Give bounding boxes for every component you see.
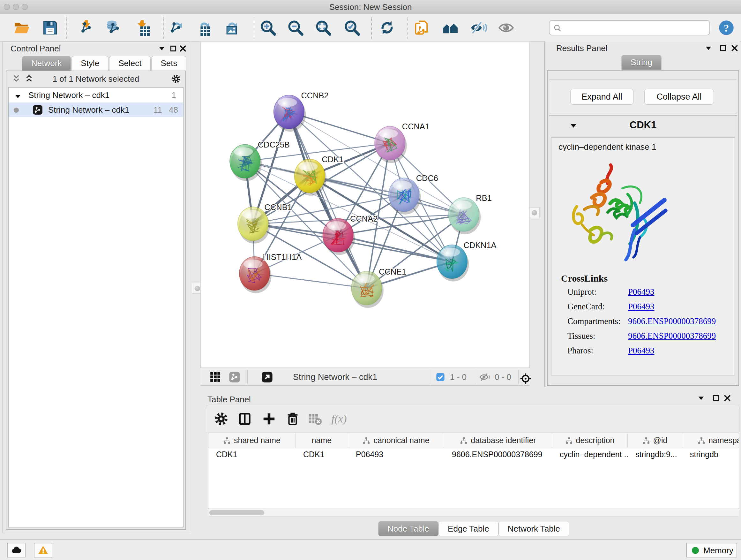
column-header--id[interactable]: @id [628, 433, 682, 448]
tab-string[interactable]: String [621, 55, 662, 70]
tab-sets[interactable]: Sets [151, 56, 186, 71]
column-header-description[interactable]: description [552, 433, 628, 448]
scrollbar-thumb[interactable] [209, 510, 264, 515]
zoom-fit-content-button[interactable] [315, 19, 332, 36]
crosslink-value-link[interactable]: 9606.ENSP00000378699 [628, 331, 716, 341]
crosslink-value-link[interactable]: 9606.ENSP00000378699 [628, 316, 716, 326]
network-node-CCNA2[interactable]: CCNA2 [323, 214, 378, 255]
table-cell[interactable]: stringdb [682, 448, 739, 461]
zoom-selected-button[interactable] [344, 19, 360, 36]
search-input[interactable] [565, 22, 705, 34]
zoom-in-button[interactable] [260, 19, 276, 36]
svg-text:f(x): f(x) [332, 413, 347, 425]
table-options-gear-icon[interactable] [214, 412, 228, 426]
detach-view-icon[interactable] [261, 371, 273, 383]
table-cell[interactable]: 9606.ENSP00000378699 [444, 448, 552, 461]
selected-checkbox-icon[interactable] [435, 372, 446, 382]
add-column-icon[interactable] [262, 412, 276, 426]
control-panel-close-icon[interactable] [179, 44, 187, 53]
column-header-label: canonical name [374, 436, 429, 445]
table-panel-close-icon[interactable] [723, 394, 731, 402]
column-header-canonical-name[interactable]: canonical name [348, 433, 444, 448]
column-header-namespace[interactable]: namespace [682, 433, 739, 448]
table-cell[interactable]: CDK1 [208, 448, 295, 461]
tab-network[interactable]: Network [22, 56, 71, 71]
network-options-gear-icon[interactable] [172, 74, 181, 84]
network-node-RB1[interactable]: RB1 [448, 193, 491, 234]
control-panel: Control Panel NetworkStyleSelectSets 1 o… [3, 42, 189, 533]
table-panel-float-icon[interactable] [712, 394, 720, 402]
results-panel-close-icon[interactable] [731, 44, 739, 52]
protein-header[interactable]: CDK1 [549, 116, 737, 137]
warning-status-button[interactable] [34, 543, 52, 557]
save-session-button[interactable] [42, 19, 58, 36]
import-table-button[interactable] [134, 19, 151, 36]
delete-table-icon[interactable] [308, 412, 322, 426]
import-network-button[interactable] [78, 19, 95, 36]
birds-eye-view-icon[interactable] [520, 373, 532, 385]
table-cell[interactable]: cyclin–dependent ... [552, 448, 628, 461]
cloud-status-button[interactable] [7, 543, 25, 557]
network-node-HIST1H1A[interactable]: HIST1H1A [239, 253, 301, 294]
network-badge-icon[interactable] [228, 371, 241, 383]
show-panels-button[interactable] [498, 19, 515, 36]
results-panel-float-icon[interactable] [719, 44, 727, 52]
crosslink-value-link[interactable]: P06493 [628, 302, 655, 312]
network-node-CCNE1[interactable]: CCNE1 [351, 267, 406, 308]
results-panel-menu-icon[interactable] [704, 44, 713, 52]
column-header-database-identifier[interactable]: database identifier [444, 433, 552, 448]
network-node-CCNB1[interactable]: CCNB1 [238, 203, 292, 244]
crosslink-value-link[interactable]: P06493 [628, 346, 655, 356]
column-header-shared-name[interactable]: shared name [208, 433, 295, 448]
control-panel-float-icon[interactable] [169, 44, 178, 53]
network-canvas[interactable]: CCNB2CCNA1CDC25BCDK1CDC6RB1CCNB1CCNA2CDK… [200, 42, 530, 368]
zoom-out-button[interactable] [287, 19, 304, 36]
hidden-eye-icon[interactable] [479, 371, 491, 383]
table-cell[interactable]: CDK1 [295, 448, 348, 461]
column-header-name[interactable]: name [295, 433, 348, 448]
network-node-CDC25B[interactable]: CDC25B [230, 140, 290, 181]
show-columns-icon[interactable] [238, 412, 252, 426]
import-network-from-database-button[interactable] [105, 19, 122, 36]
string-home-button[interactable] [442, 19, 459, 36]
tab-edge-table[interactable]: Edge Table [439, 521, 498, 537]
network-node-CCNA1[interactable]: CCNA1 [375, 122, 429, 163]
delete-column-icon[interactable] [285, 412, 300, 426]
right-splitter-handle[interactable] [529, 207, 540, 218]
network-node-CDKN1A[interactable]: CDKN1A [437, 241, 496, 282]
crosslink-value-link[interactable]: P06493 [628, 287, 655, 297]
expand-all-button[interactable]: Expand All [570, 89, 633, 105]
table-cell[interactable]: stringdb:9... [628, 448, 682, 461]
memory-button[interactable]: Memory [686, 543, 737, 557]
table-horizontal-scrollbar[interactable] [208, 509, 739, 516]
export-network-button[interactable] [167, 19, 184, 36]
export-table-button[interactable] [195, 19, 212, 36]
tab-node-table[interactable]: Node Table [378, 521, 439, 537]
control-panel-menu-icon[interactable] [158, 44, 166, 53]
function-builder-icon[interactable]: f(x) [330, 412, 355, 426]
collection-expand-icon[interactable] [14, 90, 22, 99]
export-image-button[interactable] [223, 19, 239, 36]
network-row[interactable]: String Network – cdk1 11 48 [9, 103, 183, 117]
tab-select[interactable]: Select [109, 56, 151, 71]
table-panel-menu-icon[interactable] [697, 394, 705, 402]
tab-network-table[interactable]: Network Table [498, 521, 569, 537]
view-grid-icon[interactable] [209, 371, 221, 383]
clone-network-button[interactable] [414, 19, 430, 36]
network-node-CCNB2[interactable]: CCNB2 [274, 91, 329, 132]
tab-style[interactable]: Style [71, 56, 109, 71]
network-node-CDC6[interactable]: CDC6 [389, 174, 438, 214]
protein-details-box: CDK1 cyclin–dependent kinase 1 [549, 115, 737, 385]
apply-layout-button[interactable] [379, 19, 395, 36]
edge-CCNB2-CCNE1[interactable] [289, 112, 367, 288]
table-row[interactable]: CDK1CDK1P064939606.ENSP00000378699cyclin… [208, 448, 739, 461]
network-tree: String Network – cdk1 1 String Network –… [8, 87, 184, 527]
collapse-all-button[interactable]: Collapse All [644, 89, 714, 105]
open-session-button[interactable] [13, 19, 30, 36]
help-button[interactable]: ? [718, 19, 735, 36]
toolbar-separator [430, 370, 430, 384]
network-collection-row[interactable]: String Network – cdk1 1 [9, 88, 183, 103]
edge-CCNA2-CDKN1A[interactable] [338, 235, 452, 262]
hide-panels-button[interactable] [470, 19, 487, 36]
table-cell[interactable]: P06493 [348, 448, 444, 461]
